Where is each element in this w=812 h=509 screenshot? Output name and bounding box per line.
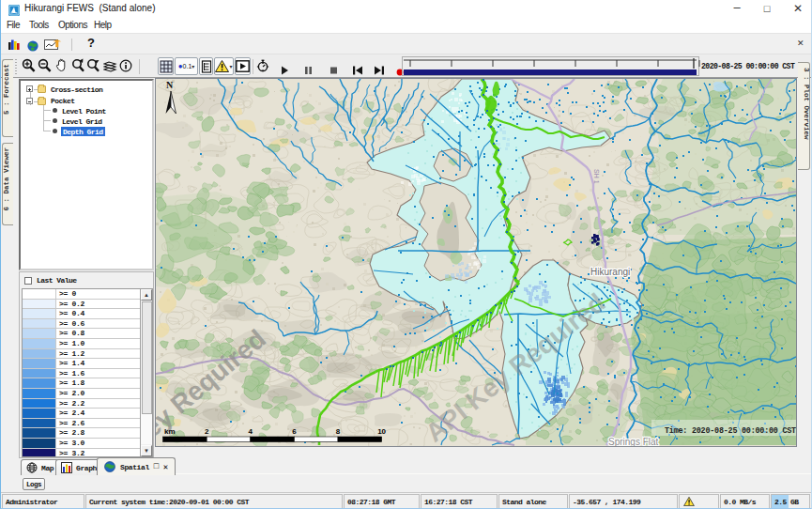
svg-text:Hikurangi: Hikurangi — [590, 267, 630, 277]
svg-text:SH 1: SH 1 — [593, 169, 600, 184]
svg-text:8: 8 — [336, 427, 341, 436]
svg-text:2: 2 — [205, 427, 209, 436]
svg-text:4: 4 — [249, 427, 253, 436]
svg-text:N: N — [166, 80, 174, 90]
svg-text:10: 10 — [377, 427, 386, 436]
svg-text:6: 6 — [292, 427, 297, 436]
svg-text:km: km — [164, 427, 176, 436]
svg-text:Time: 2020-08-25 00:00:00 CST: Time: 2020-08-25 00:00:00 CST — [665, 426, 796, 436]
svg-text:Springs Flat: Springs Flat — [608, 437, 659, 446]
